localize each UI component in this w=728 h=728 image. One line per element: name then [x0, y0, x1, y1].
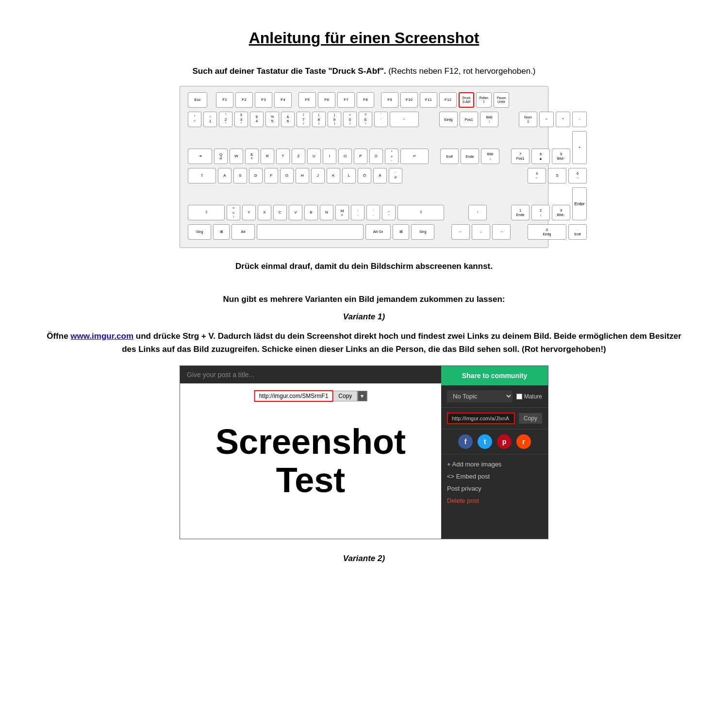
intro-bold: Such auf deiner Tastatur die Taste "Druc…: [192, 66, 386, 76]
key-f1: F1: [216, 92, 233, 108]
imgur-link2-input[interactable]: http://imgur.com/a/JIxnA: [447, 413, 515, 424]
key-ende: Ende: [461, 149, 479, 164]
key-num-minus: -: [572, 112, 587, 127]
imgur-link-bar: http://imgur.com/SMSrmF1 Copy ▾: [254, 390, 367, 402]
key-shift-l: ⇧: [188, 205, 225, 220]
imgur-link2-row: http://imgur.com/a/JIxnA Copy: [441, 408, 548, 430]
key-oe: Ö: [358, 168, 371, 183]
key-y: Y: [242, 205, 256, 220]
key-f7: F7: [337, 92, 355, 108]
key-2: "2²: [219, 112, 232, 127]
pinterest-share-btn[interactable]: p: [497, 434, 512, 449]
key-f11: F11: [420, 92, 437, 108]
imgur-copy1-btn[interactable]: Copy: [333, 391, 357, 401]
key-altgr: Alt Gr: [365, 224, 391, 240]
key-arrow-left: ←: [451, 224, 470, 240]
key-ctrl-r: Strg: [411, 224, 434, 240]
key-u: U: [307, 149, 321, 164]
imgur-share-btn[interactable]: Share to community: [441, 366, 548, 385]
key-q: Q@: [214, 149, 228, 164]
imgur-topic-select[interactable]: No Topic: [447, 390, 513, 402]
key-tab: ⇥: [188, 149, 212, 164]
imgur-link[interactable]: www.imgur.com: [70, 331, 133, 341]
key-r: R: [261, 149, 274, 164]
imgur-copy2-btn[interactable]: Copy: [519, 413, 542, 424]
key-alt: Alt: [232, 224, 255, 240]
key-f4: F4: [274, 92, 292, 108]
key-arrow-down: ↓: [472, 224, 490, 240]
key-6: &6: [281, 112, 295, 127]
key-f: F: [265, 168, 278, 183]
key-num7: 7Pos1: [511, 149, 529, 164]
key-k: K: [327, 168, 340, 183]
key-f10: F10: [400, 92, 418, 108]
key-num6: 6→: [568, 168, 587, 183]
imgur-mature-checkbox[interactable]: [516, 394, 522, 399]
key-e: E€: [245, 149, 259, 164]
variant1-note: (Rot hervorgehoben!): [519, 345, 606, 354]
key-dash: _-: [382, 205, 396, 220]
key-f6: F6: [318, 92, 335, 108]
imgur-title-bar[interactable]: Give your post a title...: [180, 366, 441, 383]
key-a: A: [218, 168, 232, 183]
imgur-actions: + Add more images <> Embed post Post pri…: [441, 454, 548, 511]
add-more-images-btn[interactable]: + Add more images: [447, 458, 542, 470]
delete-post-btn[interactable]: Delete post: [447, 495, 542, 507]
key-8: (8[: [312, 112, 326, 127]
imgur-image-area: http://imgur.com/SMSrmF1 Copy ▾ Screensh…: [180, 383, 441, 539]
variant1-before: Öffne: [47, 331, 70, 341]
post-privacy-btn[interactable]: Post privacy: [447, 482, 542, 495]
variants-title: Nun gibt es mehrere Varianten ein Bild j…: [39, 295, 689, 304]
key-7: /7{: [297, 112, 310, 127]
key-ue: Ü: [369, 149, 383, 164]
key-b: B: [304, 205, 318, 220]
imgur-link1-input[interactable]: http://imgur.com/SMSrmF1: [254, 390, 333, 402]
key-caret: °^: [188, 112, 201, 127]
key-1: !1: [203, 112, 217, 127]
variant2-label: Variante 2): [39, 554, 689, 563]
key-rollen: Rollen⇩: [476, 92, 492, 108]
key-w: W: [230, 149, 243, 164]
key-l: L: [342, 168, 356, 183]
twitter-share-btn[interactable]: t: [478, 434, 492, 449]
facebook-share-btn[interactable]: f: [458, 434, 473, 449]
key-comma: ;,: [351, 205, 364, 220]
key-sz: ?ß\: [359, 112, 372, 127]
imgur-left-panel: Give your post a title... http://imgur.c…: [180, 366, 441, 539]
key-h: H: [296, 168, 309, 183]
imgur-mature-text: Mature: [524, 393, 542, 400]
key-z: Z: [292, 149, 305, 164]
key-num-mul: *: [556, 112, 570, 127]
step-text: Drück einmal drauf, damit du dein Bildsc…: [39, 262, 689, 271]
key-einfg: Einfg: [439, 112, 458, 127]
imgur-mockup: Give your post a title... http://imgur.c…: [180, 365, 548, 539]
keyboard-diagram: Esc F1 F2 F3 F4 F5 F6 F7 F8 F9 F10 F11 F…: [180, 86, 548, 248]
variant1-label: Variante 1): [39, 312, 689, 322]
key-s: S: [233, 168, 247, 183]
key-4: $4: [250, 112, 264, 127]
key-arrow-up: ↑: [468, 205, 487, 220]
key-f12: F12: [439, 92, 457, 108]
key-num9: 9Bild↑: [552, 149, 570, 164]
key-num3: 3Bild↓: [552, 205, 570, 220]
key-arrow-right: →: [492, 224, 511, 240]
key-p: P: [354, 149, 367, 164]
key-num-enter: Enter: [572, 187, 587, 220]
key-bild-dn: Bild↓: [481, 149, 499, 164]
embed-post-btn[interactable]: <> Embed post: [447, 470, 542, 482]
key-d: D: [249, 168, 263, 183]
key-enter: ↵: [400, 149, 429, 164]
key-pause: PauseUntbr: [494, 92, 509, 108]
key-pos1: Pos1: [460, 112, 478, 127]
key-num-dot: ·Entf: [568, 224, 587, 240]
key-ae: Ä: [373, 168, 387, 183]
key-num4: 4←: [528, 168, 546, 183]
key-num2: 2↓: [531, 205, 550, 220]
reddit-share-btn[interactable]: r: [516, 434, 531, 449]
key-win: ⊞: [213, 224, 230, 240]
imgur-chevron-btn[interactable]: ▾: [357, 391, 367, 401]
key-num-plus: +: [572, 131, 587, 164]
screenshot-text-line1: Screenshot: [215, 423, 406, 461]
key-c: C: [273, 205, 287, 220]
key-o: O: [338, 149, 352, 164]
